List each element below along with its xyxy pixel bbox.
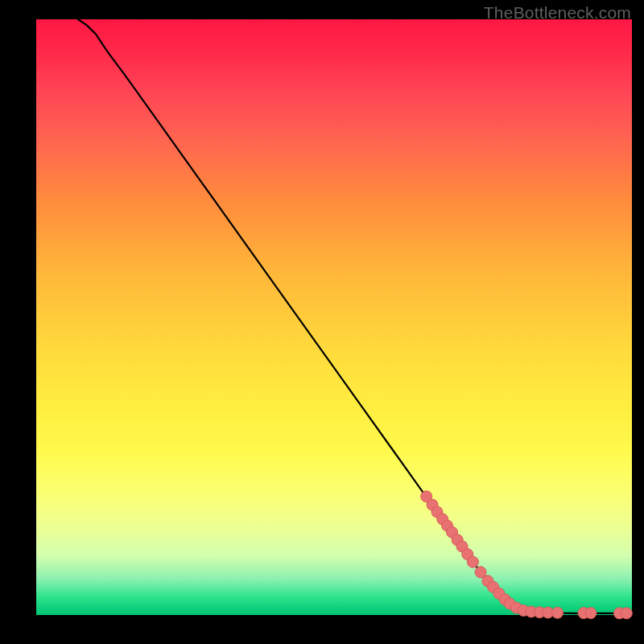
scatter-point: [552, 607, 564, 618]
curve-line: [78, 19, 632, 613]
chart-frame: TheBottleneck.com: [0, 0, 644, 644]
scatter-point: [585, 608, 597, 619]
scatter-markers: [421, 491, 633, 619]
chart-svg: [36, 19, 632, 615]
scatter-point: [467, 556, 478, 568]
scatter-point: [621, 608, 632, 619]
chart-plot-area: [36, 19, 632, 615]
watermark-text: TheBottleneck.com: [484, 3, 631, 23]
